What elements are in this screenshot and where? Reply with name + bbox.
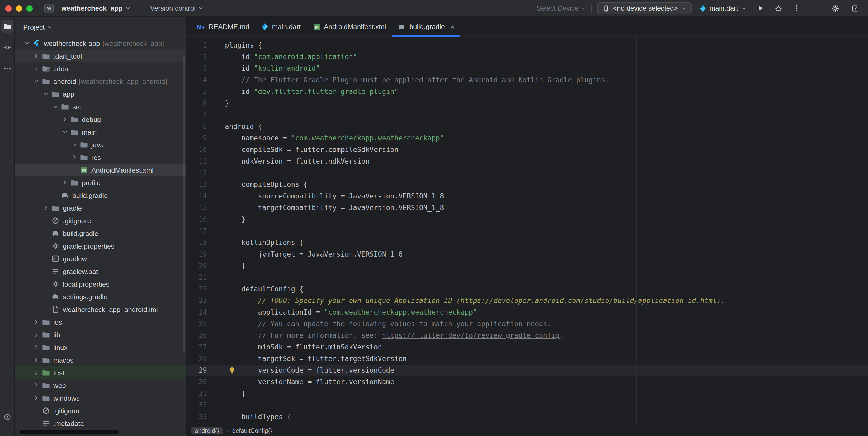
code-line-2[interactable]: id "com.android.application" — [215, 51, 868, 63]
tree-item-src[interactable]: src — [15, 100, 186, 113]
tree-item-app[interactable]: app — [15, 88, 186, 100]
code-line-9[interactable]: namespace = "com.weathercheckapp.weather… — [215, 132, 868, 144]
tree-item-weathercheck-app-android-iml[interactable]: weathercheck_app_android.iml — [15, 303, 186, 316]
chevron-right-icon[interactable] — [32, 319, 41, 325]
intention-bulb-icon[interactable] — [228, 366, 236, 374]
code-line-15[interactable]: targetCompatibility = JavaVersion.VERSIO… — [215, 202, 868, 214]
line-number[interactable]: 5 — [186, 86, 215, 98]
code-line-29[interactable]: versionCode = flutter.versionCode — [215, 365, 868, 376]
line-number[interactable]: 17 — [186, 225, 215, 237]
services-tool-button[interactable] — [1, 411, 13, 423]
code-line-25[interactable]: // You can update the following values t… — [215, 318, 868, 330]
code-line-13[interactable]: compileOptions { — [215, 179, 868, 191]
tab-readme-md[interactable]: MREADME.md — [191, 17, 255, 36]
tree-item-gradlew-bat[interactable]: gradlew.bat — [15, 265, 186, 278]
settings-button[interactable] — [829, 2, 842, 14]
line-number[interactable]: 13 — [186, 179, 215, 191]
line-number[interactable]: 21 — [186, 272, 215, 283]
line-number[interactable]: 26 — [186, 330, 215, 342]
zoom-button[interactable] — [26, 5, 33, 11]
code-surface[interactable]: plugins { id "com.android.application" i… — [215, 39, 868, 426]
code-line-34[interactable]: release { — [215, 423, 868, 426]
line-number[interactable]: 7 — [186, 109, 215, 121]
chevron-right-icon[interactable] — [32, 395, 41, 401]
tree-item-test[interactable]: test — [15, 366, 186, 379]
code-line-14[interactable]: sourceCompatibility = JavaVersion.VERSIO… — [215, 191, 868, 202]
line-number[interactable]: 31 — [186, 388, 215, 400]
chevron-right-icon[interactable] — [70, 142, 79, 148]
run-configuration-selector[interactable]: main.dart — [697, 3, 749, 14]
code-line-10[interactable]: compileSdk = flutter.compileSdkVersion — [215, 144, 868, 156]
breadcrumb-defaultconfig[interactable]: defaultConfig{} — [232, 428, 272, 434]
code-line-32[interactable] — [215, 400, 868, 411]
code-line-3[interactable]: id "kotlin-android" — [215, 63, 868, 74]
tree-item-windows[interactable]: windows — [15, 392, 186, 404]
tree-item-gitignore[interactable]: .gitignore — [15, 404, 186, 417]
tree-item-main[interactable]: main — [15, 126, 186, 138]
tree-item-profile[interactable]: profile — [15, 176, 186, 189]
code-line-12[interactable] — [215, 167, 868, 179]
code-line-19[interactable]: jvmTarget = JavaVersion.VERSION_1_8 — [215, 249, 868, 260]
code-line-27[interactable]: minSdk = flutter.minSdkVersion — [215, 342, 868, 353]
chevron-right-icon[interactable] — [32, 344, 41, 350]
code-line-22[interactable]: defaultConfig { — [215, 283, 868, 295]
line-number[interactable]: 28 — [186, 353, 215, 365]
tree-item-build-gradle[interactable]: build.gradle — [15, 189, 186, 201]
line-number[interactable]: 30 — [186, 376, 215, 388]
code-line-1[interactable]: plugins { — [215, 39, 868, 51]
line-number[interactable]: 10 — [186, 144, 215, 156]
code-line-18[interactable]: kotlinOptions { — [215, 237, 868, 249]
code-line-24[interactable]: applicationId = "com.weathercheckapp.wea… — [215, 307, 868, 318]
line-number[interactable]: 1 — [186, 39, 215, 51]
tree-item-java[interactable]: java — [15, 138, 186, 151]
chevron-down-icon[interactable] — [41, 91, 50, 97]
code-line-17[interactable] — [215, 225, 868, 237]
project-panel-header[interactable]: Project — [15, 17, 186, 37]
tree-item-gradle[interactable]: gradle — [15, 201, 186, 214]
code-line-5[interactable]: id "dev.flutter.flutter-gradle-plugin" — [215, 86, 868, 98]
chevron-right-icon[interactable] — [70, 154, 79, 160]
line-number[interactable]: 27 — [186, 342, 215, 353]
code-line-11[interactable]: ndkVersion = flutter.ndkVersion — [215, 156, 868, 167]
tree-item-web[interactable]: web — [15, 379, 186, 392]
chevron-right-icon[interactable] — [32, 357, 41, 363]
tree-item-res[interactable]: res — [15, 151, 186, 164]
tab-androidmanifest-xml[interactable]: MAndroidManifest.xml — [307, 17, 392, 36]
line-number[interactable]: 33 — [186, 411, 215, 423]
chevron-down-icon[interactable] — [22, 40, 31, 46]
code-line-30[interactable]: versionName = flutter.versionName — [215, 376, 868, 388]
tree-item-metadata[interactable]: .metadata — [15, 417, 186, 430]
more-tool-windows-button[interactable] — [1, 62, 13, 75]
code-line-21[interactable] — [215, 272, 868, 283]
project-widget[interactable]: weathercheck_app — [58, 3, 134, 14]
chevron-right-icon[interactable] — [32, 332, 41, 338]
code-line-33[interactable]: buildTypes { — [215, 411, 868, 423]
tree-item-android[interactable]: android[weathercheck_app_android] — [15, 75, 186, 88]
chevron-down-icon[interactable] — [51, 103, 60, 110]
line-number[interactable]: 6 — [186, 98, 215, 109]
line-number[interactable]: 2 — [186, 51, 215, 63]
line-number[interactable]: 24 — [186, 307, 215, 318]
line-number[interactable]: 8 — [186, 121, 215, 132]
chevron-right-icon[interactable] — [32, 382, 41, 388]
line-number[interactable]: 11 — [186, 156, 215, 167]
line-number[interactable]: 16 — [186, 214, 215, 225]
commit-tool-button[interactable] — [1, 41, 13, 54]
tree-item-gradle-properties[interactable]: gradle.properties — [15, 240, 186, 252]
tree-item-weathercheck-app[interactable]: weathercheck-app[weathercheck_app] — [15, 37, 186, 50]
tree-item-lib[interactable]: lib — [15, 328, 186, 341]
code-line-6[interactable]: } — [215, 98, 868, 109]
breadcrumb-android[interactable]: android{} — [191, 427, 223, 434]
code-line-4[interactable]: // The Flutter Gradle Plugin must be app… — [215, 74, 868, 86]
run-button[interactable] — [754, 2, 767, 14]
feedback-button[interactable] — [849, 2, 862, 14]
code-line-26[interactable]: // For more information, see: https://fl… — [215, 330, 868, 342]
tab-build-gradle[interactable]: build.gradle× — [392, 17, 461, 36]
debug-button[interactable] — [772, 2, 784, 14]
line-number[interactable]: 29 — [186, 365, 215, 376]
line-number[interactable]: 34 — [186, 423, 215, 426]
line-number[interactable]: 15 — [186, 202, 215, 214]
line-number[interactable]: 32 — [186, 400, 215, 411]
line-number[interactable]: 23 — [186, 295, 215, 307]
line-number[interactable]: 22 — [186, 283, 215, 295]
